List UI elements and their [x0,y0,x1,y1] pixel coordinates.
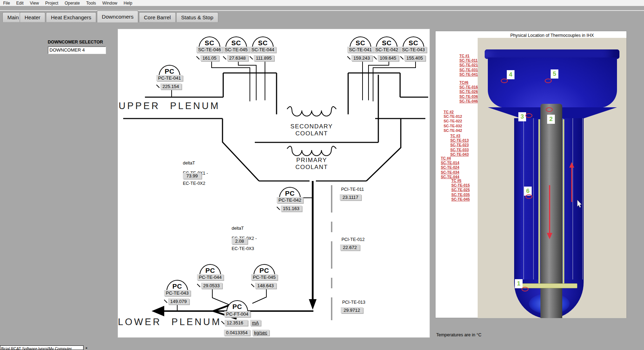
sensor-value: 148.643 [255,283,276,289]
ihx-location-panel: Physical Location of Thermocouples in IH… [435,31,627,318]
sensor-tag: SC-TE-043 [400,47,426,53]
tab-heat-exchangers[interactable]: Heat Exchangers [46,12,96,22]
tab-status-stop[interactable]: Status & Stop [176,12,218,22]
tab-downcomers[interactable]: Downcomers [97,11,138,22]
sensor-value: 149.079 [168,298,189,304]
sensor-tag: SC-TE-046 [196,47,223,53]
tc-group-6: TC#6 SC-TE-016 SC-TE-026 SC-TE-036 SC-TE… [459,80,478,103]
units-note: Temperatures are in °C [436,332,482,337]
sensor-value: 159.243 [351,55,372,61]
sensor-value: 111.895 [254,55,274,61]
sensor-value: 151.163 [281,206,302,211]
sensor-tag: SC-TE-041 [347,47,373,53]
sensor-tag: PC-TE-042 [277,197,303,203]
tc-group-2: TC #2 SC-TE-012 SC-TE-022 SC-TE-032 SC-T… [444,110,462,133]
menu-project[interactable]: Project [42,1,61,6]
status-nav-arrow[interactable]: ◂ [85,346,87,350]
mouse-cursor-icon [577,200,582,208]
pci-te-013-value: 29.9712 [341,307,363,313]
diagram-panel: UPPER PLENUM LOWER PLENUM SECONDARY COOL… [118,29,430,338]
ihx-panel-title: Physical Location of Thermocouples in IH… [478,33,626,38]
sensor-value: 155.405 [404,55,425,61]
sensor-value: 109.645 [378,55,399,61]
tab-heater[interactable]: Heater [20,12,45,22]
downcomer-selector-label: DOWNCOMER SELECTOR [48,40,103,45]
sensor-value: 225.154 [160,83,181,89]
tc-group-4: TC #4 SC-TE-014 SC-TE-024 SC-TE-034 SC-T… [441,156,459,179]
flow-rate-unit: kg/sec [252,330,269,336]
status-bar[interactable]: fficial RCAT Software.lvproj/My Computer [0,345,84,350]
sensor-value: 29.0533 [201,283,222,289]
delta-t1-value: 73.99 [183,173,201,179]
tc-group-5: TC #5 SC-TE-015 SC-TE-025 SC-TE-035 SC-T… [451,179,470,202]
sensor-tag: SC-TE-045 [223,47,249,53]
primary-coolant-label: PRIMARY COOLANT [273,157,350,171]
sensor-tag: SC-TE-044 [250,47,276,53]
flow-current-unit: mA [250,320,261,326]
flow-arrows [478,38,626,318]
sensor-tag: PC-TE-043 [164,290,190,296]
menu-operate[interactable]: Operate [61,1,83,6]
pci-te-011-value: 23.1117 [340,194,361,200]
sensor-value: 161.05 [200,55,219,61]
sensor-tag: PC-FT-004 [224,311,250,317]
downcomer-selector-input[interactable]: DOWNCOMER 4 [48,46,106,54]
menu-bar: File Edit View Project Operate Tools Win… [0,0,644,6]
delta-t2-value: 2.08 [232,238,247,244]
tab-core-barrel[interactable]: Core Barrel [139,12,176,22]
sensor-tag: PC-TE-045 [251,274,277,280]
pci-te-012-value: 22.672 [340,244,360,250]
sensor-tag: SC-TE-042 [373,47,400,53]
menu-view[interactable]: View [27,1,42,6]
upper-plenum-label: UPPER PLENUM [119,101,220,112]
secondary-coolant-label: SECONDARY COOLANT [273,123,350,137]
menu-window[interactable]: Window [99,1,121,6]
tc-group-1: TC #1 SC-TE-011 SC-TE-021 SC-TE-031 SC-T… [459,54,478,77]
menu-file[interactable]: File [0,1,13,6]
pci-te-013-label: PCI-TE-013 [342,300,365,305]
flow-current-value: 12.3516 [225,320,248,326]
menu-tools[interactable]: Tools [83,1,99,6]
pci-te-011-label: PCI-TE-011 [341,187,364,192]
ihx-3d-image: 4 5 3 2 6 1 [478,38,626,318]
menu-help[interactable]: Help [120,1,135,6]
tc-group-3: TC #3 SC-TE-013 SC-TE-023 SC-TE-033 SC-T… [450,134,469,157]
sensor-tag: PC-TE-044 [197,274,223,280]
tab-strip: Main Heater Heat Exchangers Downcomers C… [0,9,644,22]
pci-te-012-label: PCI-TE-012 [341,237,365,242]
sensor-value: 27.6348 [227,55,248,61]
menu-edit[interactable]: Edit [13,1,27,6]
sensor-tag: PC-TE-041 [156,75,182,81]
flow-rate-value: 0.0413354 [224,330,250,336]
lower-plenum-label: LOWER PLENUM [118,317,221,328]
